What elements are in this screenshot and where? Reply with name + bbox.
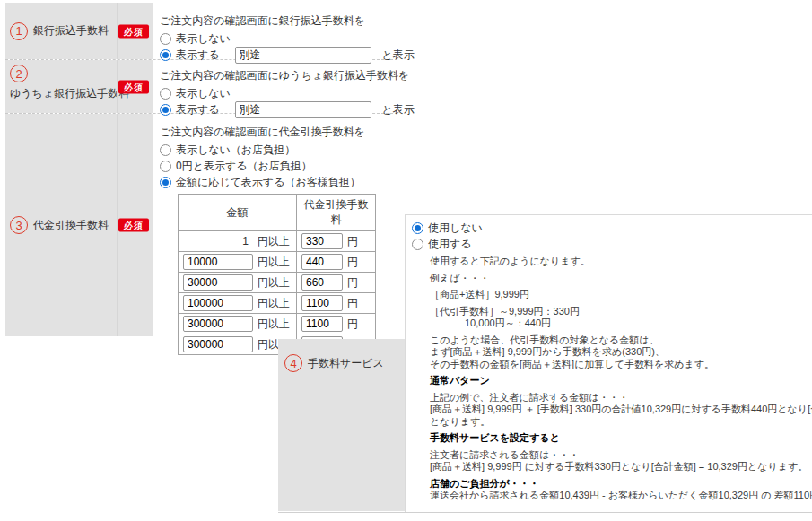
service-paragraph: ［代引手数料］～9,999円：330円10,000円～：440円 (430, 306, 812, 330)
option-label: 使用する (428, 237, 472, 252)
service-paragraph: このような場合、代引手数料の対象となる金額は、まず[商品＋送料] 9,999円か… (430, 334, 812, 371)
radio-icon[interactable] (160, 33, 171, 45)
radio-icon[interactable] (160, 161, 171, 172)
option-label: 使用しない (428, 221, 483, 236)
required-badge: 必須 (118, 80, 149, 93)
amount-threshold-input[interactable] (183, 336, 253, 352)
service-text-line: 注文者に請求される金額は・・・ (430, 449, 812, 462)
section-number-icon: 1 (10, 22, 28, 40)
row-label: 代金引換手数料 (33, 218, 109, 233)
radio-icon[interactable] (160, 177, 171, 188)
service-text-line: ［商品+送料］9,999円 (430, 289, 812, 301)
radio-icon[interactable] (412, 239, 423, 250)
label-cell-bank-transfer: 1 銀行振込手数料 必須 (5, 3, 153, 59)
service-text-line: 上記の例で、注文者に請求する金額は・・・ (430, 392, 812, 404)
service-text-line: 10,000円～：440円 (465, 317, 812, 330)
row-heading: ご注文内容の確認画面にゆうちょ銀行振込手数料を (160, 68, 415, 83)
service-text-line: 運送会社から請求される金額10,439円 - お客様からいただく金額10,329… (430, 490, 812, 502)
fee-service-block: 4 手数料サービス 使用しない 使用する 使用すると下記のようになります。例えば… (278, 214, 812, 513)
radio-icon[interactable] (412, 222, 423, 234)
amount-threshold-input[interactable] (183, 295, 253, 311)
option-zero-yen-shop-pays[interactable]: 0円と表示する（お店負担） (160, 159, 397, 174)
required-badge: 必須 (118, 219, 149, 232)
divider (278, 512, 812, 513)
amount-threshold-input[interactable] (183, 316, 253, 332)
section-number-icon: 3 (10, 216, 28, 234)
row-heading: ご注文内容の確認画面に代金引換手数料を (160, 125, 397, 140)
option-hide[interactable]: 表示しない (160, 31, 415, 47)
service-text-line: となります。 (430, 416, 812, 429)
service-paragraph: ［商品+送料］9,999円 (430, 289, 812, 301)
service-paragraph: 店舗のご負担分が・・・運送会社から請求される金額10,439円 - お客様からい… (430, 478, 812, 502)
amount-threshold-input[interactable] (183, 274, 253, 291)
service-text-line: その手数料の金額を[商品＋送料]に加算して手数料を求めます。 (430, 359, 812, 371)
radio-icon[interactable] (160, 88, 171, 100)
service-subheading: 手数料サービスを設定すると (430, 432, 812, 445)
option-label: 表示しない (176, 86, 231, 101)
service-text-line: [商品＋送料] 9,999円 ＋ [手数料] 330円の合計値10,329円に対… (430, 404, 812, 416)
amount-threshold-static: 1 (183, 235, 253, 247)
option-label: 表示しない (176, 31, 231, 47)
section-number-icon: 2 (10, 65, 28, 82)
option-label: 0円と表示する（お店負担） (176, 159, 312, 174)
fee-service-description: 使用すると下記のようになります。例えば・・・［商品+送料］9,999円［代引手数… (412, 256, 812, 502)
radio-icon[interactable] (160, 144, 171, 156)
content-cell-yucho-transfer: ご注文内容の確認画面にゆうちょ銀行振込手数料を 表示しない 表示する と表示 (153, 60, 415, 113)
section-number-icon: 4 (284, 354, 302, 372)
service-text-line: このような場合、代引手数料の対象となる金額は、 (430, 334, 812, 347)
divider (405, 214, 406, 512)
service-paragraph: 通常パターン (430, 375, 812, 387)
service-text-line: まず[商品＋送料] 9,999円から手数料を求め(330円)、 (430, 346, 812, 359)
service-text-line: 使用すると下記のようになります。 (430, 256, 812, 268)
required-badge: 必須 (118, 24, 149, 38)
payment-fee-settings-page: 1 銀行振込手数料 必須 ご注文内容の確認画面に銀行振込手数料を 表示しない 表… (0, 0, 812, 521)
radio-icon[interactable] (160, 49, 171, 61)
service-subheading: 通常パターン (430, 375, 812, 387)
option-label: 表示しない（お店負担） (176, 143, 295, 158)
divider (405, 214, 812, 215)
service-text-line: [商品＋送料] 9,999円 に対する手数料330円となり[合計金額] = 10… (430, 461, 812, 473)
option-label: 金額に応じて表示する（お客様負担） (176, 175, 361, 190)
content-cell-bank-transfer: ご注文内容の確認画面に銀行振込手数料を 表示しない 表示する と表示 (153, 3, 415, 59)
service-paragraph: 手数料サービスを設定すると (430, 432, 812, 445)
content-cell-fee-service: 使用しない 使用する 使用すると下記のようになります。例えば・・・［商品+送料］… (412, 221, 812, 502)
label-cell-cod-fee: 3 代金引換手数料 必須 (5, 114, 153, 336)
service-text-line: ［代引手数料］～9,999円：330円 (430, 306, 812, 318)
row-label: 手数料サービス (308, 356, 384, 371)
row-bank-transfer-fee: 1 銀行振込手数料 必須 ご注文内容の確認画面に銀行振込手数料を 表示しない 表… (5, 3, 397, 60)
option-do-not-use[interactable]: 使用しない (412, 221, 812, 236)
service-paragraph: 例えば・・・ (430, 273, 812, 285)
service-paragraph: 上記の例で、注文者に請求する金額は・・・[商品＋送料] 9,999円 ＋ [手数… (430, 392, 812, 429)
option-hide[interactable]: 表示しない (160, 86, 415, 101)
service-text-line: 例えば・・・ (430, 273, 812, 285)
radio-icon[interactable] (160, 104, 171, 116)
service-paragraph: 使用すると下記のようになります。 (430, 256, 812, 268)
label-cell-yucho-transfer: 2 ゆうちょ銀行振込手数料 必須 (5, 60, 153, 113)
option-hide-shop-pays[interactable]: 表示しない（お店負担） (160, 143, 397, 158)
row-heading: ご注文内容の確認画面に銀行振込手数料を (160, 13, 415, 29)
option-by-amount-customer-pays[interactable]: 金額に応じて表示する（お客様負担） (160, 175, 397, 190)
row-yucho-transfer-fee: 2 ゆうちょ銀行振込手数料 必須 ご注文内容の確認画面にゆうちょ銀行振込手数料を… (5, 60, 397, 114)
service-subheading: 店舗のご負担分が・・・ (430, 478, 812, 491)
service-paragraph: 注文者に請求される金額は・・・[商品＋送料] 9,999円 に対する手数料330… (430, 449, 812, 473)
option-use[interactable]: 使用する (412, 237, 812, 252)
label-cell-fee-service: 4 手数料サービス (278, 339, 405, 511)
amount-threshold-input[interactable] (183, 254, 253, 270)
row-label: 銀行振込手数料 (33, 23, 109, 39)
